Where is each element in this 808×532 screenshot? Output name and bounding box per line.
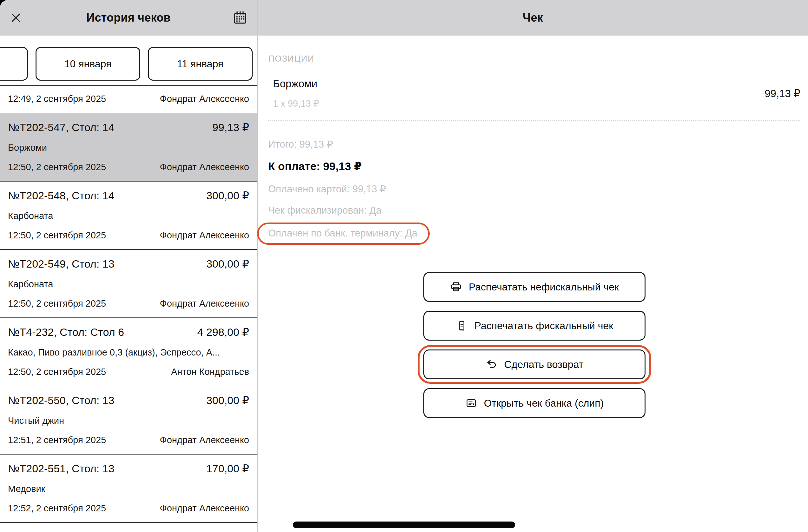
date-filter-button[interactable]: 11 января (148, 47, 253, 80)
receipt-timestamp: 12:50, 2 сентября 2025 (8, 162, 106, 173)
slip-icon (465, 397, 478, 409)
receipt-summary: Итого: 99,13 ₽ К оплате: 99,13 ₽ Оплачен… (268, 139, 801, 245)
open-bank-slip-button[interactable]: Открыть чек банка (слип) (423, 388, 645, 418)
receipt-items-summary: Карбоната (8, 210, 249, 222)
left-header: История чеков (0, 0, 257, 36)
receipt-waiter: Фондрат Алексеенко (160, 503, 249, 514)
receipt-timestamp: 12:50, 2 сентября 2025 (8, 230, 106, 241)
right-header: Чек (258, 0, 808, 36)
receipt-items-summary: Чистый джин (8, 415, 249, 426)
left-panel-title: История чеков (86, 11, 170, 24)
position-qty-price: 1 x 99,13 ₽ (273, 98, 319, 109)
dotted-separator (268, 120, 801, 121)
date-filter-button[interactable] (0, 47, 28, 80)
receipt-timestamp: 12:49, 2 сентября 2025 (8, 93, 106, 105)
positions-section-label: ПОЗИЦИИ (268, 54, 801, 64)
position-total: 99,13 ₽ (765, 87, 801, 100)
position-item: Боржоми 1 x 99,13 ₽ 99,13 ₽ (268, 78, 801, 109)
receipt-icon (455, 319, 468, 332)
receipt-number-table: №Т202-547, Стол: 14 (8, 121, 114, 134)
receipt-list-item[interactable]: №Т202-547, Стол: 14 99,13 ₽ Боржоми 12:5… (0, 113, 257, 182)
receipt-timestamp: 12:51, 2 сентября 2025 (8, 435, 106, 446)
annotation-circle-bank-terminal: Оплачен по банк. терминалу: Да (257, 222, 430, 245)
receipt-timestamp: 12:52, 2 сентября 2025 (8, 503, 106, 514)
receipt-amount: 99,13 ₽ (212, 121, 249, 134)
return-arrow-icon (485, 358, 498, 371)
receipt-amount: 300,00 ₽ (206, 394, 249, 407)
receipt-amount: 4 298,00 ₽ (197, 326, 249, 339)
receipt-waiter: Антон Кондратьев (171, 366, 249, 378)
summary-paid-by-card: Оплачено картой: 99,13 ₽ (268, 183, 801, 195)
receipt-list[interactable]: 12:49, 2 сентября 2025 Фондрат Алексеенк… (0, 86, 257, 532)
summary-bank-terminal: Оплачен по банк. терминалу: Да (268, 227, 417, 239)
date-filter-button[interactable]: 10 января (36, 47, 140, 80)
date-filter-row: 10 января 11 января (0, 36, 257, 86)
receipt-items-summary: Боржоми (8, 142, 249, 153)
receipt-items-summary: Какао, Пиво разливное 0,3 (акциз), Эспре… (8, 347, 249, 358)
receipt-waiter: Фондрат Алексеенко (160, 435, 249, 446)
date-filter-label: 11 января (177, 58, 223, 70)
right-panel-title: Чек (523, 11, 543, 24)
receipt-number-table: №Т202-548, Стол: 14 (8, 189, 114, 202)
receipt-list-item[interactable]: №Т4-232, Стол: Стол 6 4 298,00 ₽ Какао, … (0, 318, 257, 386)
receipt-amount: 300,00 ₽ (206, 189, 249, 202)
print-fiscal-button[interactable]: Распечатать фискальный чек (423, 311, 645, 341)
receipt-timestamp: 12:50, 2 сентября 2025 (8, 298, 106, 309)
receipt-number-table: №Т202-551, Стол: 13 (8, 462, 114, 475)
receipt-list-item[interactable]: 12:49, 2 сентября 2025 Фондрат Алексеенк… (0, 86, 257, 113)
receipt-items-summary: Медовик (8, 483, 249, 495)
receipt-number-table: №Т202-550, Стол: 13 (8, 394, 114, 407)
receipt-list-item[interactable]: №Т202-551, Стол: 13 170,00 ₽ Медовик 12:… (0, 455, 257, 523)
app-screen: История чеков 10 января (0, 0, 808, 532)
refund-button[interactable]: Сделать возврат (423, 349, 645, 379)
position-name: Боржоми (273, 78, 319, 90)
receipt-list-item[interactable]: №Т202-548, Стол: 14 300,00 ₽ Карбоната 1… (0, 182, 257, 250)
receipt-number-table: №Т202-549, Стол: 13 (8, 257, 114, 271)
printer-icon (450, 281, 462, 293)
receipt-list-item[interactable]: №Т202-550, Стол: 13 300,00 ₽ Чистый джин… (0, 386, 257, 455)
close-icon (10, 12, 22, 24)
date-filter-label: 10 января (65, 58, 112, 70)
receipt-number-table: №Т4-232, Стол: Стол 6 (8, 326, 124, 339)
receipt-waiter: Фондрат Алексеенко (160, 230, 249, 241)
summary-total: Итого: 99,13 ₽ (268, 139, 801, 150)
receipt-actions: Распечатать нефискальный чек Распечатать… (423, 272, 645, 418)
receipt-waiter: Фондрат Алексеенко (160, 298, 249, 309)
receipt-amount: 170,00 ₽ (206, 462, 249, 475)
receipt-amount: 300,00 ₽ (206, 257, 249, 271)
calendar-button[interactable] (231, 8, 250, 27)
receipt-timestamp: 12:50, 2 сентября 2025 (8, 366, 106, 378)
receipt-detail-content: ПОЗИЦИИ Боржоми 1 x 99,13 ₽ 99,13 ₽ Итог… (258, 36, 808, 418)
print-non-fiscal-button[interactable]: Распечатать нефискальный чек (423, 272, 645, 302)
receipt-waiter: Фондрат Алексеенко (160, 93, 249, 105)
close-button[interactable] (8, 10, 23, 25)
calendar-icon (231, 9, 249, 26)
home-indicator[interactable] (293, 521, 515, 528)
receipt-items-summary: Карбоната (8, 279, 249, 290)
receipt-list-item[interactable]: №Т202-549, Стол: 13 300,00 ₽ Карбоната 1… (0, 250, 257, 318)
receipt-waiter: Фондрат Алексеенко (160, 162, 249, 173)
receipt-history-panel: История чеков 10 января (0, 0, 257, 532)
summary-fiscalized: Чек фискализирован: Да (268, 205, 801, 216)
summary-to-pay: К оплате: 99,13 ₽ (268, 160, 801, 173)
receipt-detail-panel: Чек ПОЗИЦИИ Боржоми 1 x 99,13 ₽ 99,13 ₽ … (258, 0, 808, 532)
